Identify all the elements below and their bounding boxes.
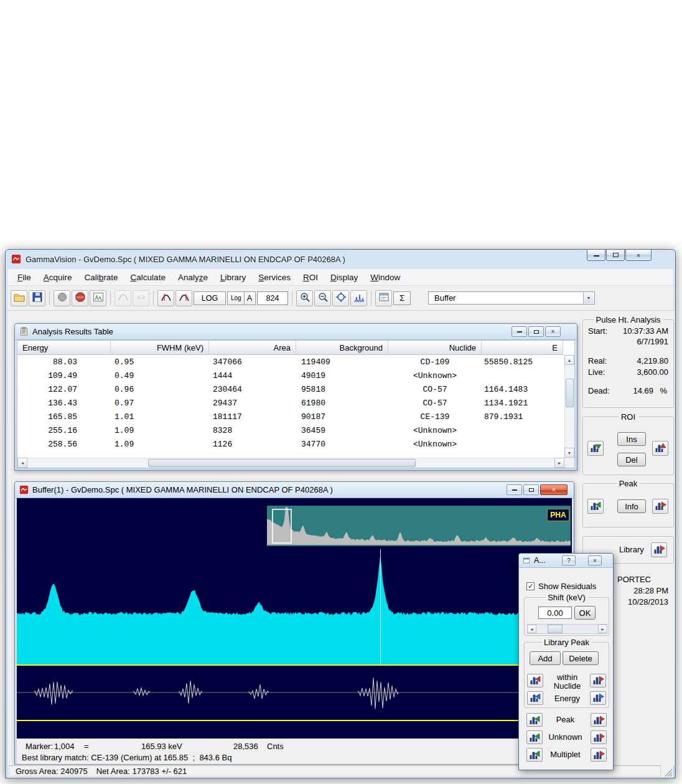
start-acquire-button[interactable]	[54, 290, 70, 306]
next-multiplet-button[interactable]	[591, 748, 607, 762]
results-maximize-button[interactable]	[528, 326, 544, 337]
horizontal-scrollbar[interactable]: ◄ ►	[17, 458, 564, 468]
close-button[interactable]: ×	[625, 249, 652, 261]
next-peak-button[interactable]	[175, 290, 192, 306]
prev-unknown-button[interactable]	[526, 730, 543, 744]
results-window-caption[interactable]: Analysis Results Table	[15, 324, 577, 340]
menu-item-analyze[interactable]: Analyze	[172, 270, 214, 285]
menu-item-library[interactable]: Library	[214, 270, 252, 285]
vertical-scrollbar[interactable]: ▲ ▼	[564, 355, 574, 458]
spectrum-window-caption[interactable]: Buffer(1) - GvDemo.Spc ( MIXED GAMMA MAR…	[15, 482, 574, 498]
smooth-button[interactable]	[114, 290, 131, 306]
menu-item-calculate[interactable]: Calculate	[124, 270, 172, 285]
table-row[interactable]: 109.490.49144449019<Unknown>	[17, 369, 564, 382]
column-header-fwhm-kev[interactable]: FWHM (keV)	[111, 341, 209, 355]
results-minimize-button[interactable]	[512, 326, 527, 337]
table-row[interactable]: 88.030.95347066119409CD-10955850.8125	[17, 355, 564, 369]
spectrum-plot[interactable]: PHA	[17, 498, 572, 739]
menu-item-window[interactable]: Window	[364, 270, 406, 285]
shift-scroll-right-button[interactable]: ►	[598, 625, 607, 633]
results-close-button[interactable]: ×	[545, 326, 561, 337]
show-residuals-checkbox[interactable]: ✓ Show Residuals	[526, 582, 596, 591]
center-marker-button[interactable]	[332, 290, 349, 306]
title-bar[interactable]: GammaVision - GvDemo.Spc ( MIXED GAMMA M…	[6, 250, 675, 268]
next-unknown-button[interactable]	[591, 730, 607, 744]
buffer-select-combo[interactable]: Buffer▼	[428, 291, 595, 305]
spectrum-minimize-button[interactable]	[507, 484, 522, 495]
menu-bar: FileAcquireCalibrateCalculateAnalyzeLibr…	[7, 269, 673, 286]
next-peak-button[interactable]	[591, 713, 607, 727]
dialog-close-button[interactable]: ×	[588, 555, 602, 565]
results-table-header: EnergyFWHM (keV)AreaBackgroundNuclideE	[17, 341, 564, 355]
resize-grip[interactable]	[663, 768, 672, 777]
delete-button[interactable]: Delete	[563, 651, 599, 665]
next-peak-nav-button[interactable]	[652, 499, 668, 514]
prev-peak-nav-button[interactable]	[587, 499, 604, 514]
dropdown-arrow-icon[interactable]: ▼	[583, 293, 594, 303]
scroll-right-button[interactable]: ►	[554, 458, 564, 468]
column-header-nuclide[interactable]: Nuclide	[388, 341, 482, 355]
shift-scroll-left-button[interactable]: ◄	[527, 625, 536, 633]
scroll-left-button[interactable]: ◄	[17, 458, 27, 468]
open-file-button[interactable]	[11, 290, 27, 306]
analyze-spectrum-button[interactable]	[90, 290, 106, 306]
menu-item-acquire[interactable]: Acquire	[37, 270, 78, 285]
full-view-button[interactable]	[350, 290, 367, 306]
table-row[interactable]: 258.561.09112634770<Unknown>	[17, 437, 564, 451]
menu-item-roi[interactable]: ROI	[297, 270, 324, 285]
save-file-button[interactable]	[29, 290, 45, 306]
table-cell: 88.03	[17, 355, 111, 369]
menu-item-calibrate[interactable]: Calibrate	[78, 270, 124, 285]
table-row[interactable]: 136.430.972943761980CO-571134.1921	[17, 396, 564, 410]
stop-acquire-button[interactable]: STOP	[72, 290, 88, 306]
log-scale-button[interactable]: LOG	[194, 291, 226, 305]
table-row[interactable]: 165.851.0118111790187CE-139879.1931	[17, 410, 564, 423]
shift-ok-button[interactable]: OK	[574, 606, 596, 620]
scroll-up-button[interactable]: ▲	[564, 355, 574, 365]
results-table: EnergyFWHM (keV)AreaBackgroundNuclideE 8…	[17, 340, 575, 468]
zoom-in-button[interactable]	[296, 290, 313, 306]
column-header-background[interactable]: Background	[296, 341, 388, 355]
vertical-scroll-thumb[interactable]	[566, 379, 574, 407]
properties-button[interactable]	[375, 290, 392, 306]
menu-item-file[interactable]: File	[11, 270, 37, 285]
roi-next-button[interactable]	[652, 441, 668, 456]
dialog-help-button[interactable]: ?	[562, 555, 576, 565]
sum-roi-button[interactable]: Σ	[393, 291, 411, 305]
svg-text:STOP: STOP	[77, 296, 84, 299]
scroll-down-button[interactable]: ▼	[564, 448, 574, 458]
column-header-energy[interactable]: Energy	[17, 341, 111, 355]
roi-insert-button[interactable]: Ins	[617, 432, 646, 446]
horizontal-scroll-thumb[interactable]	[148, 459, 416, 467]
prev-peak-button[interactable]	[157, 290, 174, 306]
channel-count-field[interactable]: 824	[257, 291, 288, 305]
roi-prev-button[interactable]	[587, 441, 604, 456]
library-peaks-button[interactable]	[651, 542, 667, 557]
checkbox-check-icon: ✓	[526, 582, 535, 590]
table-row[interactable]: 255.161.09832836459<Unknown>	[17, 423, 564, 437]
auto-scale-label: A	[245, 292, 255, 305]
shift-scroll-thumb[interactable]	[548, 625, 563, 633]
table-cell: 1.01	[111, 410, 209, 423]
peak-info-button[interactable]: Info	[617, 499, 646, 513]
column-header-e[interactable]: E	[482, 341, 563, 355]
shift-value-field[interactable]: 0.00	[538, 607, 572, 619]
roi-delete-button[interactable]: Del	[617, 453, 646, 466]
chart-icon	[92, 291, 105, 305]
log-a-button[interactable]: LogA	[227, 291, 256, 305]
shift-scrollbar[interactable]: ◄ ►	[527, 624, 607, 634]
maximize-icon	[529, 488, 534, 492]
table-row[interactable]: 122.070.9623046495818CO-571164.1483	[17, 382, 564, 396]
prev-multiplet-button[interactable]	[526, 748, 543, 762]
spectrum-maximize-button[interactable]	[523, 484, 539, 495]
spectrum-close-button[interactable]: ×	[540, 484, 568, 495]
add-button[interactable]: Add	[530, 651, 561, 665]
prev-peak-button[interactable]	[526, 713, 543, 727]
zoom-out-button[interactable]	[314, 290, 331, 306]
column-header-area[interactable]: Area	[209, 341, 296, 355]
menu-item-display[interactable]: Display	[324, 270, 364, 285]
maximize-button[interactable]	[606, 249, 625, 261]
menu-item-services[interactable]: Services	[252, 270, 297, 285]
minimize-button[interactable]	[587, 249, 605, 261]
compare-button[interactable]: <>	[133, 290, 149, 306]
